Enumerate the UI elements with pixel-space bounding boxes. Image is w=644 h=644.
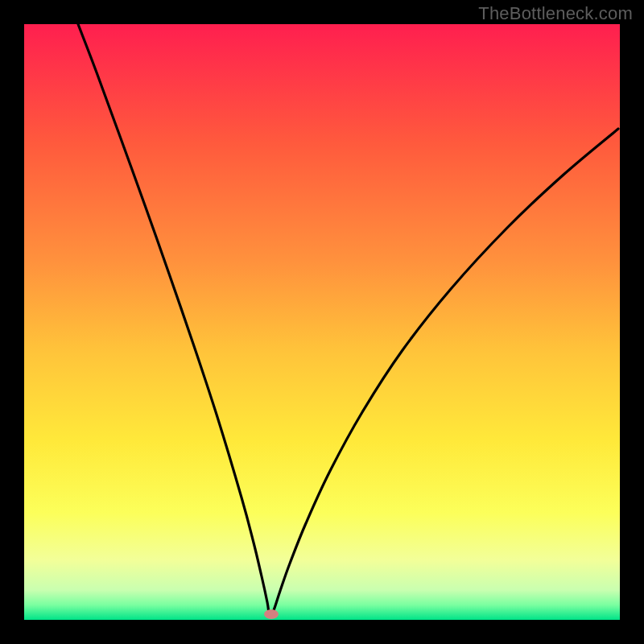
plot-svg (24, 24, 620, 620)
plot-area (24, 24, 620, 620)
watermark-text: TheBottleneck.com (478, 3, 633, 24)
gradient-background (24, 24, 620, 620)
minimum-marker (264, 609, 279, 619)
chart-frame: TheBottleneck.com (0, 0, 644, 644)
